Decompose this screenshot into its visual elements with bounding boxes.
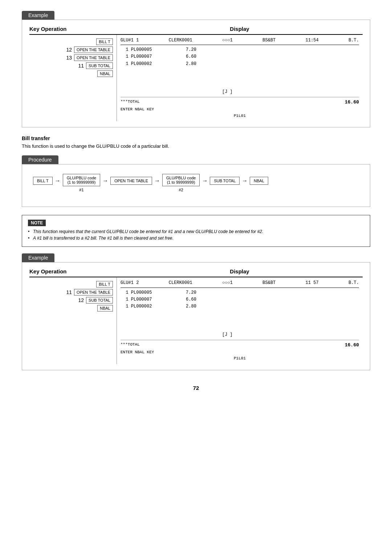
example2-header: Key Operation Display	[29, 268, 363, 274]
key2-row-11: 11 OPEN THE TABLE	[66, 289, 113, 296]
note-item-1: This function requires that the current …	[28, 229, 364, 234]
flow-diagram: BILL T → GLU/PBLU code (1 to 99999999) #…	[29, 170, 363, 201]
display2-bt: B.T.	[348, 280, 359, 286]
display2-pageref: P1L01	[121, 355, 359, 362]
display2-total: 16.60	[345, 342, 359, 349]
display2-journal-row: [J ]	[121, 331, 359, 338]
flow-glu2-range: (1 to 99999999)	[166, 180, 196, 184]
key-subtotal1: SUB TOTAL	[86, 62, 113, 69]
flow-group2: GLU/PBLU code (1 to 99999999) #2	[162, 174, 200, 192]
example1-row: BILL T 12 OPEN THE TABLE 13 OPEN THE TAB…	[29, 34, 363, 121]
display2-item3: 1 PL000002 2.80	[121, 303, 359, 310]
display1-clerk: CLERK0001	[169, 37, 192, 44]
example2-keys: BILL T 11 OPEN THE TABLE 12 SUB TOTAL NB…	[29, 277, 117, 364]
key2-row-billt: BILL T	[96, 281, 113, 288]
flow-step-subtotal: SUB TOTAL	[210, 177, 240, 189]
key2-num-11: 11	[66, 289, 72, 295]
bill-transfer-desc: This function is used to change the GLU/…	[22, 143, 370, 149]
key-operation-header2: Key Operation	[29, 268, 117, 274]
arrow3: →	[154, 178, 160, 188]
display2-total-label: ***TOTAL	[121, 342, 140, 349]
arrow5: →	[242, 178, 248, 188]
key-operation-header1: Key Operation	[29, 26, 117, 32]
display1-time: 11:54	[306, 37, 319, 44]
procedure-label: Procedure	[22, 155, 58, 164]
display-header1: Display	[117, 26, 363, 32]
example2-display: GLU#1 2 CLERK0001 ○○○1 BS&BT 11 57 B.T. …	[117, 277, 363, 364]
display2-topbar: GLU#1 2 CLERK0001 ○○○1 BS&BT 11 57 B.T.	[121, 280, 359, 288]
key-row-billt: BILL T	[96, 38, 113, 45]
display2-item2: 1 PL000007 6.60	[121, 296, 359, 303]
flow-glu1-range: (1 to 99999999)	[67, 180, 96, 184]
flow-glu1-num: #1	[79, 188, 83, 192]
display1-items: 1 PL000005 7.20 1 PL000007 6.60 1 PL0000…	[121, 46, 359, 83]
key2-subtotal: SUB TOTAL	[86, 297, 113, 304]
note-list: This function requires that the current …	[28, 229, 364, 241]
display1-bs: BS&BT	[262, 37, 275, 44]
display2-clerk: CLERK0001	[169, 280, 192, 286]
flow-group1: GLU/PBLU code (1 to 99999999) #1	[63, 174, 100, 192]
display2-glu: GLU#1 2	[121, 280, 139, 286]
flow-subtotal-box: SUB TOTAL	[210, 177, 240, 185]
flow-nbal-box: NBAL	[250, 177, 268, 185]
display2-journal: [J ]	[222, 332, 233, 337]
example1-section: Example Key Operation Display BILL T 12 …	[22, 11, 370, 127]
display1-bt: B.T.	[348, 37, 359, 44]
arrow1: →	[55, 178, 61, 188]
flow-open-box: OPEN THE TABLE	[110, 177, 152, 185]
key-billt: BILL T	[96, 38, 113, 45]
bill-transfer-title: Bill transfer	[22, 135, 370, 141]
display1-total: 16.60	[345, 99, 359, 106]
display-header2: Display	[117, 268, 363, 274]
display1-item2: 1 PL000007 6.60	[121, 53, 359, 60]
example2-section: Example Key Operation Display BILL T 11 …	[22, 253, 370, 370]
display1-journal-row: [J ]	[121, 89, 359, 95]
note-item-2: A #1 bill is transferred to a #2 bill. T…	[28, 236, 364, 241]
example1-box: Key Operation Display BILL T 12 OPEN THE…	[22, 20, 370, 127]
display1-topbar: GLU#1 1 CLERK0001 ○○○1 BS&BT 11:54 B.T.	[121, 37, 359, 45]
display1-journal: [J ]	[222, 89, 233, 94]
display1-footer: ***TOTAL 16.60 ENTER NBAL KEY P1L01	[121, 97, 359, 119]
procedure-wrapper: Procedure BILL T → GLU/PBLU code (1 to 9…	[22, 155, 370, 207]
key2-nbal: NBAL	[97, 305, 113, 311]
display1-total-row: ***TOTAL 16.60	[121, 99, 359, 106]
display2-bs: BS&BT	[262, 280, 275, 286]
flow-step-billt: BILL T	[33, 177, 53, 189]
note-box: NOTE This function requires that the cur…	[22, 215, 370, 247]
display1-icons: ○○○1	[222, 37, 233, 44]
display2-icons: ○○○1	[222, 280, 233, 286]
note-label: NOTE	[28, 220, 46, 226]
display2-total-row: ***TOTAL 16.60	[121, 342, 359, 349]
example1-keys: BILL T 12 OPEN THE TABLE 13 OPEN THE TAB…	[29, 35, 117, 121]
key-row-nbal1: NBAL	[97, 70, 113, 77]
display1-pageref: P1L01	[121, 113, 359, 119]
key-row-13: 13 OPEN THE TABLE	[66, 54, 113, 61]
flow-step-open: OPEN THE TABLE	[110, 177, 152, 189]
arrow4: →	[202, 178, 208, 188]
key2-open11: OPEN THE TABLE	[74, 289, 113, 296]
display1-glu: GLU#1 1	[121, 37, 139, 44]
flow-glu2-num: #2	[179, 188, 183, 192]
key-num-12: 12	[66, 47, 72, 53]
example2-label: Example	[22, 253, 54, 262]
flow-glu1-label: GLU/PBLU code	[67, 176, 96, 180]
display2-time: 11 57	[306, 280, 319, 286]
display1-item3: 1 PL000002 2.80	[121, 61, 359, 68]
flow-step-nbal: NBAL	[250, 177, 268, 189]
flow-billt-box: BILL T	[33, 177, 53, 185]
key-open12: OPEN THE TABLE	[74, 46, 113, 53]
bill-transfer-section: Bill transfer This function is used to c…	[22, 135, 370, 207]
key-row-12: 12 OPEN THE TABLE	[66, 46, 113, 53]
example2-box: Key Operation Display BILL T 11 OPEN THE…	[22, 262, 370, 370]
procedure-box: BILL T → GLU/PBLU code (1 to 99999999) #…	[22, 164, 370, 207]
flow-glu2-box: GLU/PBLU code (1 to 99999999)	[162, 174, 200, 186]
key2-num-12: 12	[78, 297, 84, 303]
example1-label: Example	[22, 11, 54, 20]
key2-row-nbal: NBAL	[97, 305, 113, 311]
example1-header: Key Operation Display	[29, 26, 363, 32]
display2-enter: ENTER NBAL KEY	[121, 349, 359, 356]
arrow2: →	[102, 178, 108, 188]
key-open13: OPEN THE TABLE	[74, 54, 113, 61]
display1-enter: ENTER NBAL KEY	[121, 106, 359, 113]
key-num-13: 13	[66, 55, 72, 61]
